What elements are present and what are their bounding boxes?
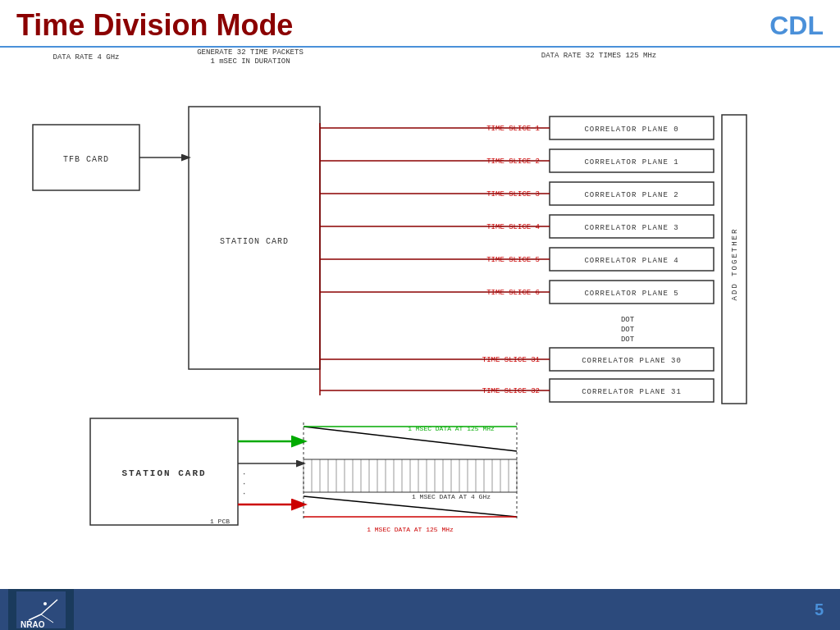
svg-text:·: · [242, 480, 246, 488]
svg-text:TIME SLICE 1: TIME SLICE 1 [486, 125, 540, 133]
svg-text:1 PCB: 1 PCB [210, 518, 230, 525]
nrao-logo-icon: NRAO [16, 591, 66, 628]
svg-text:GENERATE 32 TIME PACKETS: GENERATE 32 TIME PACKETS [197, 48, 304, 57]
svg-text:TIME SLICE 31: TIME SLICE 31 [482, 356, 540, 364]
bottom-diagram: STATION CARD 1 PCB 1 MSEC DATA AT 125 MH… [8, 410, 582, 541]
svg-text:DOT: DOT [621, 326, 635, 334]
svg-text:TIME SLICE 4: TIME SLICE 4 [486, 223, 540, 231]
svg-text:CORRELATOR PLANE 4: CORRELATOR PLANE 4 [584, 257, 678, 265]
svg-text:·: · [242, 470, 246, 478]
page-header: Time Division Mode CDL [0, 0, 840, 48]
svg-text:DATA RATE 32 TIMES 125 MHz: DATA RATE 32 TIMES 125 MHz [541, 52, 656, 60]
page-number: 5 [815, 600, 824, 619]
svg-text:1 mSEC IN DURATION: 1 mSEC IN DURATION [210, 57, 290, 66]
svg-text:CORRELATOR PLANE 5: CORRELATOR PLANE 5 [584, 290, 678, 298]
svg-text:TIME SLICE 6: TIME SLICE 6 [486, 289, 540, 297]
svg-text:ADD TOGETHER: ADD TOGETHER [731, 228, 739, 301]
svg-point-92 [43, 602, 47, 605]
svg-text:TIME SLICE 3: TIME SLICE 3 [486, 190, 540, 199]
page-title: Time Division Mode [16, 8, 293, 43]
svg-text:CORRELATOR PLANE 0: CORRELATOR PLANE 0 [584, 126, 678, 134]
svg-text:DOT: DOT [621, 316, 635, 324]
svg-text:·: · [242, 490, 246, 498]
svg-text:TIME SLICE 2: TIME SLICE 2 [486, 158, 540, 166]
svg-text:1 MSEC DATA AT 4 GHz: 1 MSEC DATA AT 4 GHz [412, 493, 491, 500]
cdl-label: CDL [769, 11, 824, 41]
svg-text:CORRELATOR PLANE 2: CORRELATOR PLANE 2 [584, 191, 678, 199]
svg-text:CORRELATOR PLANE 1: CORRELATOR PLANE 1 [584, 158, 678, 167]
data-rate-4ghz-label: DATA RATE 4 GHz [52, 53, 119, 62]
svg-text:NRAO: NRAO [21, 620, 45, 628]
svg-text:CORRELATOR PLANE 3: CORRELATOR PLANE 3 [584, 224, 678, 232]
svg-text:1 MSEC DATA AT 125 MHz: 1 MSEC DATA AT 125 MHz [367, 526, 454, 533]
main-diagram: DATA RATE 4 GHz GENERATE 32 TIME PACKETS… [8, 43, 832, 412]
nrao-logo: NRAO [8, 589, 74, 630]
svg-text:STATION CARD: STATION CARD [121, 468, 206, 478]
svg-text:TIME SLICE 5: TIME SLICE 5 [486, 256, 540, 264]
svg-text:TIME SLICE 32: TIME SLICE 32 [482, 387, 540, 395]
svg-text:DOT: DOT [621, 336, 635, 344]
svg-text:STATION CARD: STATION CARD [220, 237, 289, 246]
svg-text:TFB CARD: TFB CARD [63, 155, 109, 164]
svg-text:CORRELATOR PLANE 31: CORRELATOR PLANE 31 [582, 388, 682, 396]
page-footer: NRAO 5 [0, 589, 840, 630]
svg-text:CORRELATOR PLANE 30: CORRELATOR PLANE 30 [582, 357, 682, 365]
